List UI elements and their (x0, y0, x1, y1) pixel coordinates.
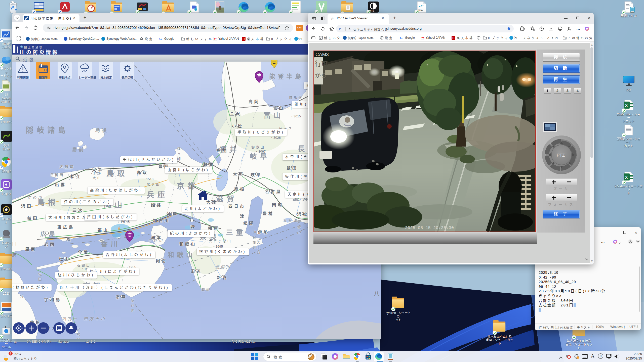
svg-text:X: X (625, 175, 628, 180)
svg-text:X: X (625, 103, 628, 108)
svg-text:CAM3: CAM3 (315, 52, 329, 57)
svg-text:PTZ: PTZ (557, 153, 565, 158)
svg-text:行可: 行可 (315, 60, 328, 68)
svg-text:WAV: WAV (418, 9, 423, 12)
svg-text:2025-08-15 20:25:30: 2025-08-15 20:25:30 (405, 225, 454, 230)
svg-text:から: から (315, 72, 327, 79)
